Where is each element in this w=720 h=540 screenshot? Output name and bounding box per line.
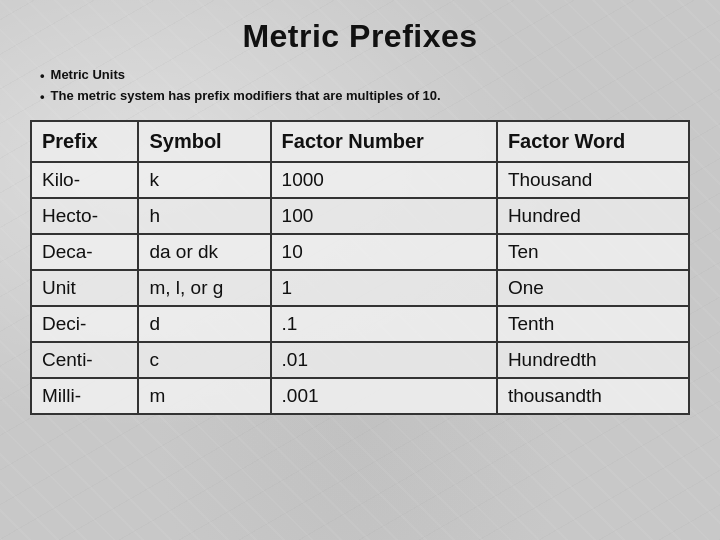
- table-row: Hecto-h100Hundred: [31, 198, 689, 234]
- table-cell-r1-c3: Hundred: [497, 198, 689, 234]
- table-cell-r1-c2: 100: [271, 198, 497, 234]
- table-cell-r6-c3: thousandth: [497, 378, 689, 414]
- metric-table: Prefix Symbol Factor Number Factor Word …: [30, 120, 690, 415]
- table-cell-r1-c0: Hecto-: [31, 198, 138, 234]
- col-header-factor-number: Factor Number: [271, 121, 497, 162]
- table-header-row: Prefix Symbol Factor Number Factor Word: [31, 121, 689, 162]
- table-cell-r0-c2: 1000: [271, 162, 497, 198]
- table-row: Kilo-k1000Thousand: [31, 162, 689, 198]
- bullet-text-2: The metric system has prefix modifiers t…: [51, 86, 441, 106]
- table-cell-r0-c1: k: [138, 162, 270, 198]
- table-cell-r5-c2: .01: [271, 342, 497, 378]
- table-cell-r4-c1: d: [138, 306, 270, 342]
- page-container: Metric Prefixes • Metric Units • The met…: [0, 0, 720, 433]
- col-header-prefix: Prefix: [31, 121, 138, 162]
- table-cell-r6-c2: .001: [271, 378, 497, 414]
- table-cell-r1-c1: h: [138, 198, 270, 234]
- table-cell-r2-c2: 10: [271, 234, 497, 270]
- col-header-symbol: Symbol: [138, 121, 270, 162]
- bullet-text-1: Metric Units: [51, 65, 125, 85]
- bullet-dot-1: •: [40, 66, 45, 86]
- table-cell-r0-c0: Kilo-: [31, 162, 138, 198]
- table-cell-r3-c0: Unit: [31, 270, 138, 306]
- table-cell-r5-c3: Hundredth: [497, 342, 689, 378]
- table-cell-r4-c0: Deci-: [31, 306, 138, 342]
- table-cell-r6-c1: m: [138, 378, 270, 414]
- table-cell-r3-c1: m, l, or g: [138, 270, 270, 306]
- table-cell-r2-c1: da or dk: [138, 234, 270, 270]
- table-row: Deci-d.1Tenth: [31, 306, 689, 342]
- table-cell-r0-c3: Thousand: [497, 162, 689, 198]
- table-cell-r4-c2: .1: [271, 306, 497, 342]
- table-cell-r4-c3: Tenth: [497, 306, 689, 342]
- page-title: Metric Prefixes: [30, 18, 690, 55]
- bullet-list: • Metric Units • The metric system has p…: [40, 65, 690, 106]
- table-row: Milli-m.001thousandth: [31, 378, 689, 414]
- bullet-dot-2: •: [40, 87, 45, 107]
- table-cell-r3-c3: One: [497, 270, 689, 306]
- col-header-factor-word: Factor Word: [497, 121, 689, 162]
- table-row: Deca-da or dk10Ten: [31, 234, 689, 270]
- table-cell-r5-c0: Centi-: [31, 342, 138, 378]
- table-cell-r2-c0: Deca-: [31, 234, 138, 270]
- table-row: Unitm, l, or g1One: [31, 270, 689, 306]
- table-cell-r3-c2: 1: [271, 270, 497, 306]
- bullet-item-2: • The metric system has prefix modifiers…: [40, 86, 690, 107]
- table-cell-r6-c0: Milli-: [31, 378, 138, 414]
- bullet-item-1: • Metric Units: [40, 65, 690, 86]
- table-cell-r5-c1: c: [138, 342, 270, 378]
- table-row: Centi-c.01Hundredth: [31, 342, 689, 378]
- table-cell-r2-c3: Ten: [497, 234, 689, 270]
